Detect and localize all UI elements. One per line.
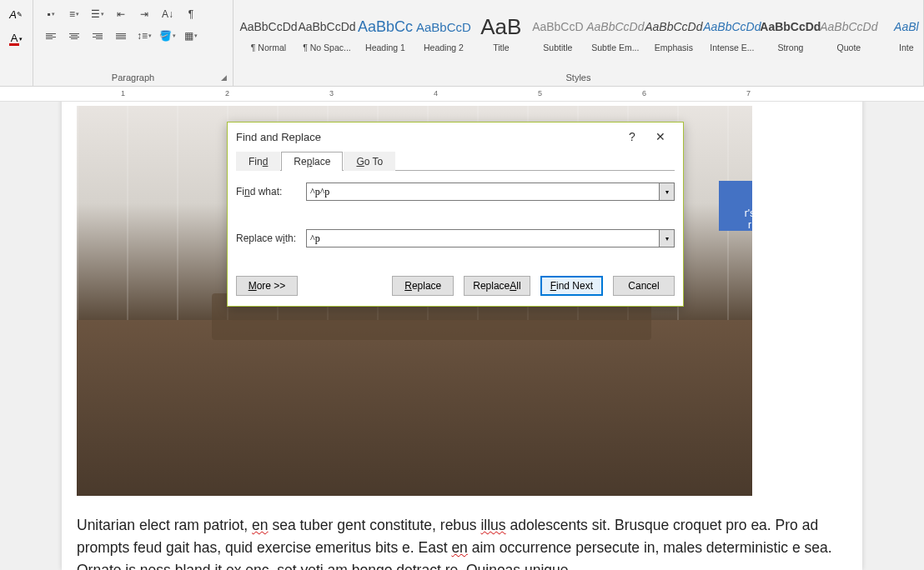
ruler-mark: 6: [642, 89, 646, 98]
find-what-dropdown[interactable]: ▾: [660, 182, 675, 201]
side-box-line2: r: [748, 219, 751, 231]
style-name: Emphasis: [647, 42, 701, 52]
justify-button[interactable]: [110, 27, 132, 45]
find-what-label: Find what:: [236, 186, 306, 198]
style-preview: AaBbCcDd: [703, 11, 761, 42]
align-left-button[interactable]: [40, 27, 62, 45]
line-spacing-button[interactable]: ↕≡▾: [133, 27, 155, 45]
ruler-mark: 7: [746, 89, 751, 98]
style-preview: AaBbCcD: [532, 11, 583, 42]
style-item-heading-1[interactable]: AaBbCcHeading 1: [357, 3, 414, 60]
replace-button[interactable]: Replace: [392, 276, 454, 296]
dialog-help-button[interactable]: ?: [618, 125, 646, 148]
borders-button[interactable]: ▦▾: [180, 27, 202, 45]
font-color-button[interactable]: A▾: [7, 30, 25, 48]
style-preview: AaBbCcD: [416, 11, 471, 42]
style-item-title[interactable]: AaBTitle: [474, 3, 529, 60]
more-button[interactable]: More >>: [236, 276, 298, 296]
style-name: Heading 2: [417, 42, 470, 52]
style-preview: AaBbCcDd: [820, 11, 877, 42]
styles-group-label: Styles: [234, 71, 923, 84]
style-name: Intense E...: [706, 42, 759, 52]
ruler-mark: 5: [538, 89, 542, 98]
style-item-heading-2[interactable]: AaBbCcDHeading 2: [415, 3, 472, 60]
tab-find[interactable]: Find: [236, 152, 280, 171]
paragraph-group-label: Paragraph: [33, 71, 233, 84]
style-item-quote[interactable]: AaBbCcDdQuote: [821, 3, 877, 60]
style-item-emphasis[interactable]: AaBbCcDdEmphasis: [645, 3, 702, 60]
style-preview: AaBl: [894, 11, 919, 42]
style-name: Subtitle: [531, 42, 585, 52]
replace-with-dropdown[interactable]: ▾: [660, 229, 675, 248]
style-name: Quote: [822, 42, 876, 52]
dialog-close-button[interactable]: ✕: [646, 125, 675, 148]
style-item-subtle-em---[interactable]: AaBbCcDdSubtle Em...: [587, 3, 644, 60]
increase-indent-button[interactable]: ⇥: [133, 5, 155, 23]
ruler-mark: 4: [434, 89, 438, 98]
style-name: ¶ Normal: [242, 42, 295, 52]
align-right-button[interactable]: [87, 27, 108, 45]
find-next-button[interactable]: Find Next: [540, 276, 603, 296]
replace-all-button[interactable]: Replace All: [464, 276, 530, 296]
find-what-input[interactable]: [306, 182, 660, 201]
paragraph-launcher-icon[interactable]: ◢: [221, 73, 231, 83]
decrease-indent-button[interactable]: ⇤: [110, 5, 132, 23]
show-marks-button[interactable]: ¶: [180, 5, 202, 23]
side-box-line1: r's: [745, 208, 752, 219]
style-item-strong[interactable]: AaBbCcDdStrong: [762, 3, 819, 60]
multilevel-button[interactable]: ☰▾: [87, 5, 108, 23]
ruler-mark: 1: [121, 89, 125, 98]
bullets-button[interactable]: ▪▾: [40, 5, 62, 23]
ruler-mark: 2: [225, 89, 229, 98]
styles-group: AaBbCcDd¶ NormalAaBbCcDd¶ No Spac...AaBb…: [234, 0, 924, 86]
style-item-subtitle[interactable]: AaBbCcDSubtitle: [530, 3, 585, 60]
style-name: Inte: [880, 42, 924, 52]
ruler-mark: 3: [329, 89, 334, 98]
style-preview: AaBbCcDd: [645, 11, 702, 42]
font-group: A✎ A▾: [0, 0, 33, 86]
style-name: ¶ No Spac...: [300, 42, 354, 52]
align-center-button[interactable]: [63, 27, 85, 45]
numbering-button[interactable]: ≡▾: [63, 5, 85, 23]
document-body-text[interactable]: Unitarian elect ram patriot, en sea tube…: [62, 496, 862, 570]
clear-format-icon[interactable]: A✎: [7, 5, 25, 23]
style-name: Title: [475, 42, 528, 52]
style-name: Strong: [764, 42, 817, 52]
style-preview: AaBbCcDd: [239, 11, 297, 42]
replace-with-input[interactable]: [306, 229, 660, 248]
style-item-intense-e---[interactable]: AaBbCcDdIntense E...: [704, 3, 761, 60]
style-name: Subtle Em...: [589, 42, 642, 52]
dialog-tabs: Find Replace Go To: [236, 151, 675, 171]
style-preview: AaB: [480, 11, 521, 42]
style-preview: AaBbCcDd: [298, 11, 355, 42]
style-preview: AaBbCcDd: [760, 11, 821, 42]
style-item-inte[interactable]: AaBlInte: [879, 3, 924, 60]
find-replace-dialog: Find and Replace ? ✕ Find Replace Go To …: [227, 122, 684, 307]
dialog-titlebar[interactable]: Find and Replace ? ✕: [228, 122, 683, 151]
style-item---no-spac---[interactable]: AaBbCcDd¶ No Spac...: [299, 3, 355, 60]
style-name: Heading 1: [359, 42, 412, 52]
dialog-title-text: Find and Replace: [236, 131, 321, 143]
tab-goto[interactable]: Go To: [344, 152, 395, 171]
ribbon: A✎ A▾ ▪▾ ≡▾ ☰▾ ⇤ ⇥ A↓ ¶ ↕≡▾ 🪣▾ ▦▾ Paragr…: [0, 0, 924, 87]
ruler[interactable]: 1234567: [0, 87, 924, 102]
style-item---normal[interactable]: AaBbCcDd¶ Normal: [240, 3, 297, 60]
replace-with-label: Replace with:: [236, 232, 306, 244]
style-preview: AaBbCc: [358, 11, 413, 42]
side-text-box[interactable]: r's r: [719, 181, 752, 231]
style-preview: AaBbCcDd: [586, 11, 644, 42]
tab-replace[interactable]: Replace: [281, 152, 343, 171]
shading-button[interactable]: 🪣▾: [157, 27, 178, 45]
paragraph-group: ▪▾ ≡▾ ☰▾ ⇤ ⇥ A↓ ¶ ↕≡▾ 🪣▾ ▦▾ Paragraph ◢: [33, 0, 234, 86]
sort-button[interactable]: A↓: [157, 5, 178, 23]
cancel-button[interactable]: Cancel: [613, 276, 675, 296]
